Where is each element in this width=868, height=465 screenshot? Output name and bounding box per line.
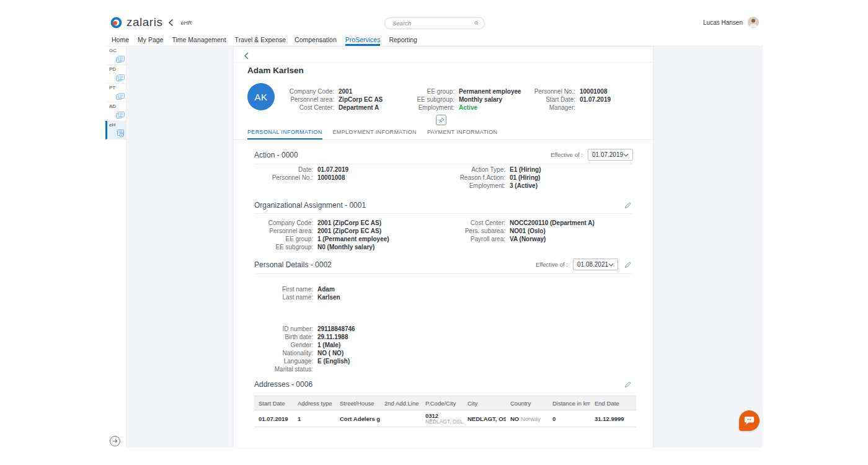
effective-date-select[interactable]: 01.07.2019 <box>588 149 633 161</box>
field-label: Nationality: <box>244 349 313 357</box>
field-label: Employment: <box>395 104 454 112</box>
field-label: Employment: <box>426 182 505 190</box>
rail-item-eh[interactable]: eH <box>105 121 126 140</box>
main-nav: Home My Page Time Management Travel & Ex… <box>105 33 763 46</box>
column-header: P.Code/City <box>421 396 463 410</box>
column-header: Start Date <box>254 396 293 410</box>
pin-button[interactable] <box>436 115 446 125</box>
edit-org-assignment-button[interactable] <box>623 200 633 210</box>
rail-item-pd[interactable]: PD <box>105 65 126 84</box>
zalaris-logo-icon <box>110 17 122 29</box>
effective-of-label: Effective of : <box>536 261 568 268</box>
rail-item-pt[interactable]: PT <box>105 84 126 102</box>
field-label: Birth date: <box>244 333 313 341</box>
cell-country-code: NO <box>510 415 519 422</box>
org-fields-right: Cost Center:NOCC200110 (Department A) Pe… <box>426 219 595 243</box>
chevron-left-icon[interactable] <box>168 19 174 27</box>
nav-item-compensation[interactable]: Compensation <box>294 33 337 46</box>
field-label: Personnel area: <box>272 95 334 104</box>
address-table-row[interactable]: 01.07.2019 1 Cort Adelers gate 4 0312 NE… <box>254 410 636 427</box>
field-label: Personnel area: <box>244 227 313 235</box>
column-header: Distance in km. <box>548 396 590 410</box>
cell-address-type: 1 <box>298 415 301 422</box>
field-label: Pers. subarea: <box>426 227 505 235</box>
nav-item-proservices[interactable]: ProServices <box>345 33 381 46</box>
effective-of-label: Effective of : <box>551 151 583 158</box>
field-label: Marital status: <box>244 365 313 373</box>
effective-date-select[interactable]: 01.08.2021 <box>573 259 618 270</box>
field-label: Reason f.Action: <box>426 174 505 182</box>
edit-personal-details-button[interactable] <box>623 260 633 270</box>
rail-item-ad[interactable]: AD <box>105 102 126 121</box>
field-label: Cost Center: <box>426 219 505 227</box>
selected-value: 01.08.2021 <box>577 261 608 268</box>
field-value: Adam <box>317 285 340 293</box>
column-header: End Date <box>590 396 636 410</box>
field-label: Start Date: <box>519 95 575 104</box>
employment-status-value: Active <box>459 104 521 112</box>
search-icon <box>474 20 479 27</box>
back-button[interactable] <box>244 51 249 62</box>
pencil-icon <box>624 261 632 268</box>
employee-name-title: Adam Karlsen <box>247 66 304 75</box>
cell-city: NEDLAGT, OSLO <box>467 415 506 422</box>
employee-summary-col3: Personnel No.:10001008 Start Date:01.07.… <box>519 87 611 112</box>
field-value <box>580 104 611 112</box>
top-bar: zalaris eHR Lucas Hansen <box>105 14 763 33</box>
user-avatar[interactable] <box>748 17 759 28</box>
field-label: Manager: <box>519 104 575 112</box>
search-box[interactable] <box>384 17 485 29</box>
edit-addresses-button[interactable] <box>623 379 633 389</box>
cell-start-date: 01.07.2019 <box>259 415 288 422</box>
tab-payment-information[interactable]: PAYMENT INFORMATION <box>427 126 498 140</box>
field-label: Language: <box>244 357 313 365</box>
field-label: EE subgroup: <box>395 95 454 104</box>
tab-personal-information[interactable]: PERSONAL INFORMATION <box>247 126 322 140</box>
expand-rail-button[interactable] <box>110 436 120 446</box>
field-label: Personnel No.: <box>519 87 575 95</box>
field-label: Company Code: <box>272 87 334 95</box>
rail-item-gc[interactable]: GC <box>105 46 126 65</box>
section-header-addresses: Addresses - 0006 <box>254 379 633 389</box>
field-value: 1 (Male) <box>317 341 355 349</box>
document-check-icon <box>116 130 125 138</box>
personal-name-fields: First name:Adam Last name:Karlsen <box>244 285 340 301</box>
field-value: N0 (Monthly salary) <box>317 243 389 251</box>
action-fields-right: Action Type:E1 (Hiring) Reason f.Action:… <box>426 166 541 190</box>
field-value: 1 (Permanent employee) <box>317 235 389 243</box>
field-value: E1 (Hiring) <box>510 166 541 174</box>
employee-detail-card: Adam Karlsen AK Company Code:2001 Person… <box>234 46 653 448</box>
arrow-right-icon <box>112 438 118 444</box>
nav-item-reporting[interactable]: Reporting <box>389 33 417 46</box>
employee-summary-col2: EE group:Permanent employee EE subgroup:… <box>395 87 521 112</box>
personal-detail-fields: ID number:29118848746 Birth date:29.11.1… <box>244 325 355 373</box>
cell-distance: 0 <box>552 415 556 422</box>
addresses-table-header-row: Start Date Address type Street/House 2nd… <box>254 396 636 410</box>
field-value <box>317 365 355 373</box>
field-value: 3 (Active) <box>510 182 541 190</box>
cell-country-name: Norway <box>521 415 541 422</box>
user-menu[interactable]: Lucas Hansen <box>703 17 759 28</box>
brand[interactable]: zalaris eHR <box>110 16 192 29</box>
rail-item-label: GC <box>109 48 117 53</box>
field-value: 01 (Hiring) <box>510 174 541 182</box>
tab-strip: PERSONAL INFORMATION EMPLOYMENT INFORMAT… <box>234 126 653 140</box>
section-title: Personal Details - 0002 <box>254 260 332 269</box>
nav-item-home[interactable]: Home <box>112 33 129 46</box>
field-label: First name: <box>244 285 313 293</box>
brand-wordmark: zalaris <box>126 16 162 29</box>
nav-item-time-management[interactable]: Time Management <box>172 33 226 46</box>
nav-item-travel-expense[interactable]: Travel & Expense <box>235 33 286 46</box>
column-header: City <box>463 396 506 410</box>
field-label: Gender: <box>244 341 313 349</box>
left-rail: GC PD PT AD eH <box>105 46 126 448</box>
tab-employment-information[interactable]: EMPLOYMENT INFORMATION <box>333 126 417 140</box>
action-fields-left: Date:01.07.2019 Personnel No.:10001008 <box>244 166 348 182</box>
rail-item-label: eH <box>109 122 115 128</box>
rail-item-label: PT <box>109 85 115 91</box>
column-header: Country <box>506 396 548 410</box>
chat-button[interactable] <box>739 410 760 431</box>
nav-item-my-page[interactable]: My Page <box>138 33 163 46</box>
search-input[interactable] <box>392 20 474 27</box>
document-card-icon <box>116 74 125 82</box>
